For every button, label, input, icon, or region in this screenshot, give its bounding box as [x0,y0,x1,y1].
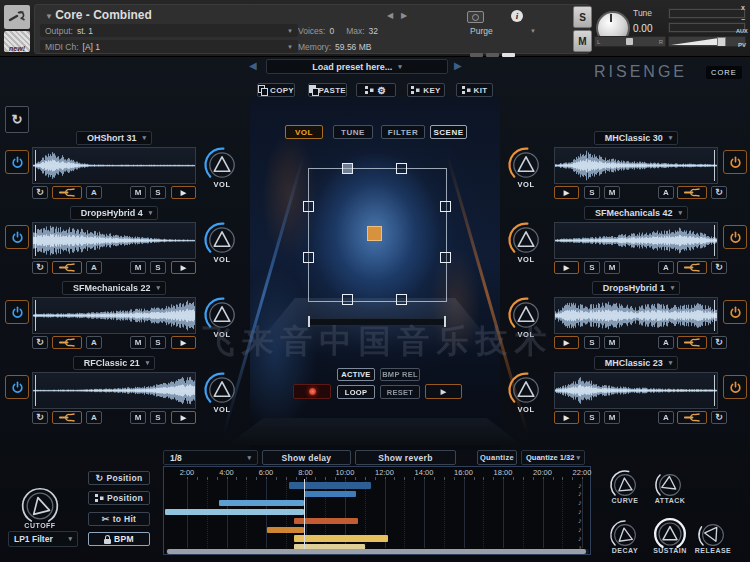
next-instrument-icon[interactable]: ▶ [401,11,407,20]
waveform-canvas[interactable] [33,373,195,408]
waveform-canvas[interactable] [33,223,195,258]
prev-preset-button[interactable]: ◀ [249,60,257,71]
sample-select[interactable]: SFMechanicals 22 ▾ [62,281,166,295]
volume-knob[interactable]: VOL [202,220,242,260]
a-button[interactable]: A [658,261,674,274]
sequencer-bar[interactable] [294,535,389,542]
attack-knob[interactable]: ATTACK [653,468,687,502]
power-button[interactable] [723,375,747,399]
global-reload-button[interactable]: ↻ [5,106,29,133]
edit-button[interactable] [677,186,707,199]
a-button[interactable]: A [658,411,674,424]
sequencer-bar[interactable] [165,509,304,516]
power-button[interactable] [5,150,29,174]
position-pads-button[interactable]: Position [88,491,150,505]
waveform-canvas[interactable] [555,223,717,258]
a-button[interactable]: A [658,186,674,199]
show-delay-button[interactable]: Show delay [262,450,351,465]
quantize-button[interactable]: Quantize [477,450,517,465]
sample-select[interactable]: DropsHybrid 1 ▾ [592,281,681,295]
play-button[interactable]: ▶ [171,411,196,424]
waveform-display[interactable] [554,147,718,184]
mute-button[interactable]: M [604,411,620,424]
mute-button[interactable]: M [130,411,146,424]
snap-to-hit-button[interactable]: ✂to Hit [88,512,150,526]
sequencer-scrollbar[interactable] [166,549,589,554]
loop-button[interactable]: ↻ [32,411,48,424]
paste-button[interactable]: PASTE [308,83,347,97]
note-icon[interactable]: ♪ [578,534,582,543]
solo-button[interactable]: S [584,261,600,274]
start-marker[interactable] [714,225,715,256]
a-button[interactable]: A [86,261,102,274]
play-button[interactable]: ▶ [554,186,579,199]
note-icon[interactable]: ♪ [578,516,582,525]
solo-button[interactable]: S [150,261,166,274]
solo-button[interactable]: S [584,336,600,349]
start-marker[interactable] [35,225,36,256]
pad-position-slider[interactable] [307,318,447,326]
waveform-display[interactable] [554,222,718,259]
volume-slider[interactable] [668,36,746,47]
loop-button[interactable]: ↻ [711,261,727,274]
a-button[interactable]: A [658,336,674,349]
volume-knob[interactable]: VOL [506,220,546,260]
volume-knob[interactable]: VOL [202,370,242,410]
show-reverb-button[interactable]: Show reverb [355,450,456,465]
active-button[interactable]: ACTIVE [337,368,375,381]
volume-knob[interactable]: VOL [202,145,242,185]
power-button[interactable] [723,300,747,324]
info-icon[interactable]: i [511,10,523,22]
start-marker[interactable] [714,375,715,406]
a-button[interactable]: A [86,411,102,424]
loop-button[interactable]: ↻ [711,411,727,424]
edit-button[interactable] [677,336,707,349]
output-select[interactable]: Output:st. 1 ▼ [40,24,298,37]
pad-handle-7[interactable] [342,294,353,305]
tune-value[interactable]: 0.00 [633,23,652,34]
slider-tick-right[interactable] [444,316,446,327]
aux-button[interactable]: AUX [736,28,748,34]
note-icon[interactable]: ♪ [578,507,582,516]
quantize-value-select[interactable]: Quantize 1/32 ▾ [521,450,585,465]
loop-button[interactable]: ↻ [32,186,48,199]
waveform-canvas[interactable] [555,373,717,408]
pan-slider[interactable]: L R [594,36,666,47]
solo-button[interactable]: S [150,411,166,424]
waveform-display[interactable] [32,372,196,409]
sequencer-bar[interactable] [289,482,371,489]
loop-button[interactable]: ↻ [32,261,48,274]
edit-button[interactable] [677,411,707,424]
power-button[interactable] [723,150,747,174]
scrollbar-thumb[interactable] [167,549,586,554]
sustain-knob[interactable]: SUSTAIN [652,516,688,552]
new-badge[interactable]: new! [4,31,30,52]
decay-knob[interactable]: DECAY [608,518,642,552]
a-button[interactable]: A [86,186,102,199]
sequencer-bar[interactable] [267,527,304,534]
pv-button[interactable]: PV [738,42,746,48]
play-button[interactable]: ▶ [171,261,196,274]
rate-select[interactable]: 1/8 ▾ [163,450,258,465]
waveform-canvas[interactable] [555,148,717,183]
tab-filter[interactable]: FILTER [381,125,425,139]
position-loop-button[interactable]: ↻Position [88,471,150,485]
pad-handle-5[interactable] [303,252,314,263]
bmp-rel-button[interactable]: BMP REL [380,368,420,381]
edit-button[interactable] [677,261,707,274]
volume-thumb[interactable] [717,37,726,47]
waveform-display[interactable] [32,222,196,259]
mute-button[interactable]: M [130,336,146,349]
midi-channel-select[interactable]: MIDI Ch:[A] 1 ▼ [40,40,298,53]
solo-button[interactable]: S [150,186,166,199]
waveform-canvas[interactable] [33,148,195,183]
sequencer-bar[interactable] [219,500,304,507]
sequencer-timeline[interactable]: 2:004:006:008:0010:0012:0014:0016:0018:0… [163,466,591,555]
volume-knob[interactable]: VOL [202,295,242,335]
volume-knob[interactable]: VOL [506,295,546,335]
pad-handle-4[interactable] [440,201,451,212]
pad-handle-2[interactable] [396,163,407,174]
waveform-display[interactable] [554,297,718,334]
wrench-button[interactable] [4,5,30,29]
tab-vol[interactable]: VOL [285,125,323,139]
